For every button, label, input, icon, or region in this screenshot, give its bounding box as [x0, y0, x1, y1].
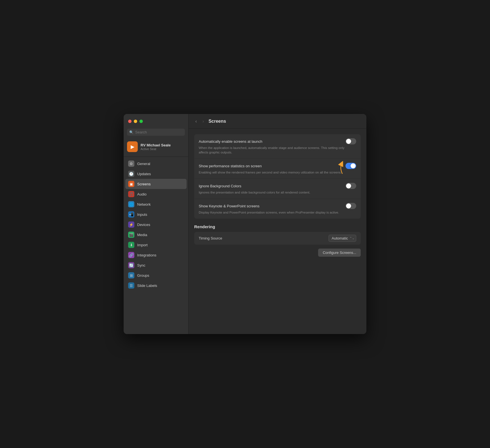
titlebar [124, 114, 188, 129]
sidebar: 🔍 ▶ RV Michael Seale Active Seat ⚙ Gener… [124, 114, 189, 334]
configure-screens-button[interactable]: Configure Screens... [318, 249, 361, 257]
nav-label-devices: Devices [137, 223, 150, 227]
search-icon: 🔍 [129, 130, 134, 134]
nav-label-integrations: Integrations [137, 253, 156, 257]
nav-icon-slide-labels: ☰ [128, 282, 134, 289]
rendering-section-heading: Rendering [194, 224, 361, 229]
setting-desc-ignore-bg: Ignores the presentation and slide backg… [199, 190, 345, 195]
sidebar-item-sync[interactable]: 🔄 Sync [125, 260, 187, 270]
search-input[interactable] [135, 130, 183, 134]
nav-label-groups: Groups [137, 273, 149, 278]
forward-arrow[interactable]: › [201, 118, 205, 124]
nav-icon-groups: ⊞ [128, 272, 134, 278]
app-window: 🔍 ▶ RV Michael Seale Active Seat ⚙ Gener… [124, 114, 366, 334]
nav-label-updates: Updates [137, 172, 151, 176]
setting-row-auto-enable: Automatically enable screens at launch W… [194, 134, 361, 159]
toggle-ignore-bg[interactable] [345, 183, 356, 189]
setting-desc-perf-stats: Enabling will show the rendered frames p… [199, 170, 345, 175]
nav-label-general: General [137, 162, 150, 166]
setting-row-ignore-bg: Ignore Background Colors Ignores the pre… [194, 179, 361, 199]
sidebar-item-devices[interactable]: ⚡ Devices [125, 219, 187, 230]
setting-row-perf-stats: Show performance statistics on screen En… [194, 159, 361, 179]
sidebar-item-import[interactable]: ⬇ Import [125, 240, 187, 250]
timing-source-label: Timing Source [199, 236, 222, 240]
maximize-button[interactable] [139, 120, 143, 123]
sidebar-item-inputs[interactable]: 📲 Inputs [125, 209, 187, 219]
toggle-knob-perf-stats [351, 163, 356, 168]
sidebar-item-groups[interactable]: ⊞ Groups [125, 270, 187, 280]
nav-label-import: Import [137, 243, 148, 247]
nav-icon-screens: ▣ [128, 181, 134, 187]
timing-source-select-wrap[interactable]: AutomaticManualSystem ⌃⌄ [329, 235, 356, 242]
nav-icon-import: ⬇ [128, 242, 134, 248]
nav-icon-devices: ⚡ [128, 221, 134, 228]
sidebar-item-screens[interactable]: ▣ Screens [125, 179, 187, 189]
search-box[interactable]: 🔍 [127, 129, 185, 136]
nav-label-screens: Screens [137, 182, 151, 186]
timing-row: Timing Source AutomaticManualSystem ⌃⌄ [194, 232, 361, 245]
setting-desc-auto-enable: When the application is launched, automa… [199, 146, 345, 155]
minimize-button[interactable] [134, 120, 137, 123]
toggle-keynote[interactable] [345, 203, 356, 209]
setting-desc-keynote: Display Keynote and PowerPoint presentat… [199, 210, 345, 215]
sidebar-item-audio[interactable]: 🎵 Audio [125, 189, 187, 199]
nav-icon-integrations: 🔗 [128, 252, 134, 258]
toggle-knob-ignore-bg [346, 183, 351, 188]
settings-group: Automatically enable screens at launch W… [194, 134, 361, 219]
timing-source-select[interactable]: AutomaticManualSystem [329, 235, 356, 242]
setting-label-auto-enable: Automatically enable screens at launch [199, 139, 262, 144]
setting-label-keynote: Show Keynote & PowerPoint screens [199, 204, 259, 208]
nav-list: ⚙ General 🕐 Updates ▣ Screens 🎵 Audio 🌐 … [124, 159, 188, 334]
sidebar-divider [124, 157, 188, 157]
nav-label-inputs: Inputs [137, 212, 147, 217]
nav-icon-updates: 🕐 [128, 171, 134, 177]
user-section: ▶ RV Michael Seale Active Seat [124, 139, 188, 157]
toggle-auto-enable[interactable] [345, 138, 356, 144]
setting-row-keynote: Show Keynote & PowerPoint screens Displa… [194, 199, 361, 219]
setting-label-ignore-bg: Ignore Background Colors [199, 184, 241, 188]
nav-label-slide-labels: Slide Labels [137, 284, 157, 288]
nav-label-audio: Audio [137, 192, 146, 196]
setting-label-perf-stats: Show performance statistics on screen [199, 164, 262, 168]
sidebar-item-media[interactable]: 🎬 Media [125, 230, 187, 240]
back-arrow[interactable]: ‹ [194, 118, 198, 124]
nav-icon-media: 🎬 [128, 232, 134, 238]
nav-icon-audio: 🎵 [128, 191, 134, 197]
nav-label-sync: Sync [137, 263, 145, 267]
sidebar-item-network[interactable]: 🌐 Network [125, 199, 187, 209]
nav-icon-sync: 🔄 [128, 262, 134, 268]
toggle-knob-keynote [346, 203, 351, 208]
sidebar-item-integrations[interactable]: 🔗 Integrations [125, 250, 187, 260]
nav-icon-network: 🌐 [128, 201, 134, 207]
nav-label-network: Network [137, 202, 151, 207]
content-titlebar: ‹ › Screens [189, 114, 366, 129]
close-button[interactable] [128, 120, 132, 123]
avatar: ▶ [127, 141, 138, 152]
user-name: RV Michael Seale [141, 143, 171, 147]
toggle-knob-auto-enable [346, 139, 351, 144]
nav-label-media: Media [137, 233, 147, 237]
nav-icon-general: ⚙ [128, 161, 134, 167]
content-body: Automatically enable screens at launch W… [189, 129, 366, 334]
sidebar-item-updates[interactable]: 🕐 Updates [125, 169, 187, 179]
content-title: Screens [209, 119, 226, 124]
toggle-perf-stats[interactable] [345, 163, 356, 169]
main-content: ‹ › Screens Automatically enable screens… [189, 114, 366, 334]
sidebar-item-general[interactable]: ⚙ General [125, 159, 187, 169]
user-info: RV Michael Seale Active Seat [141, 143, 171, 151]
sidebar-item-slide-labels[interactable]: ☰ Slide Labels [125, 280, 187, 291]
nav-icon-inputs: 📲 [128, 211, 134, 218]
configure-btn-wrap: Configure Screens... [194, 249, 361, 257]
user-role: Active Seat [141, 147, 171, 151]
